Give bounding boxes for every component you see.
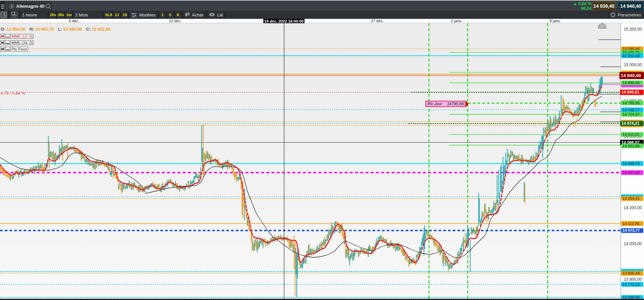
svg-text:14 785,66: 14 785,66 <box>622 101 640 105</box>
svg-text:6: 6 <box>177 13 179 17</box>
svg-text:14 940,40: 14 940,40 <box>621 73 641 78</box>
svg-text:12 déc.: 12 déc. <box>169 19 182 23</box>
svg-text:14 724,97: 14 724,97 <box>622 112 640 116</box>
svg-text:MME (13, 0): MME (13, 0) <box>11 34 33 38</box>
svg-text:27 déc.: 27 déc. <box>371 19 384 23</box>
svg-text:5: 5 <box>169 13 171 17</box>
svg-text:MME (34, 0): MME (34, 0) <box>11 41 33 45</box>
svg-text:Modèles: Modèles <box>139 12 156 17</box>
svg-text:13 772,10: 13 772,10 <box>622 283 640 287</box>
svg-text:14 112,85: 14 112,85 <box>622 222 639 226</box>
svg-text:Lié: Lié <box>217 12 223 17</box>
svg-text:14 845,61: 14 845,61 <box>621 90 640 95</box>
svg-text:4,79 / 0,64 %: 4,79 / 0,64 % <box>0 91 25 96</box>
svg-text:2 janv.: 2 janv. <box>451 19 462 23</box>
svg-text:1J: 1J <box>115 13 119 17</box>
svg-text:14 000,00: 14 000,00 <box>624 241 642 246</box>
svg-text:14 551,89: 14 551,89 <box>622 144 640 148</box>
svg-text:15 200,00: 15 200,00 <box>624 27 642 32</box>
svg-text:30s: 30s <box>58 13 64 17</box>
svg-text:14 448,74: 14 448,74 <box>622 161 640 165</box>
svg-text:14 748,77: 14 748,77 <box>622 108 640 112</box>
svg-text:15 052,48: 15 052,48 <box>622 54 640 58</box>
svg-text:Pts Pivot: Pts Pivot <box>11 47 27 51</box>
svg-text:5 déc.: 5 déc. <box>69 19 79 23</box>
svg-text:9 janv.: 9 janv. <box>549 19 560 23</box>
svg-text:14 073,77: 14 073,77 <box>622 228 640 232</box>
svg-text:Achat: Achat <box>192 12 203 17</box>
svg-text:2 Mois: 2 Mois <box>75 12 88 17</box>
svg-text:SLS: SLS <box>105 13 112 17</box>
svg-text:Piv Jour: Piv Jour <box>427 102 442 106</box>
svg-text:13 800,00: 13 800,00 <box>624 277 642 282</box>
svg-text:13 835,44: 13 835,44 <box>622 271 640 275</box>
svg-text:O: 13 954,36 H: 13 981,70 L: 1: O: 13 954,36 H: 13 981,70 L: 13 930,98 C… <box>1 27 110 32</box>
svg-text:14785.66: 14785.66 <box>447 102 464 106</box>
svg-text:1: 1 <box>161 13 163 17</box>
svg-text:1S: 1S <box>123 13 127 17</box>
svg-text:14 397,60: 14 397,60 <box>622 171 640 175</box>
svg-text:Paramètres: Paramètres <box>618 12 641 17</box>
svg-text:1 heure: 1 heure <box>22 12 37 17</box>
svg-text:14 200,00: 14 200,00 <box>624 205 642 210</box>
svg-text:14 611,01: 14 611,01 <box>622 133 639 137</box>
svg-text:14 674,21: 14 674,21 <box>621 121 640 126</box>
svg-text:14 899,45: 14 899,45 <box>622 81 640 85</box>
svg-text:15 000,00: 15 000,00 <box>624 63 642 67</box>
svg-text:14 254,41: 14 254,41 <box>622 196 640 200</box>
svg-text:19 déc. 2022 16:00:00: 19 déc. 2022 16:00:00 <box>264 19 303 23</box>
svg-text:1m: 1m <box>66 13 72 17</box>
svg-text:10s: 10s <box>50 13 56 17</box>
